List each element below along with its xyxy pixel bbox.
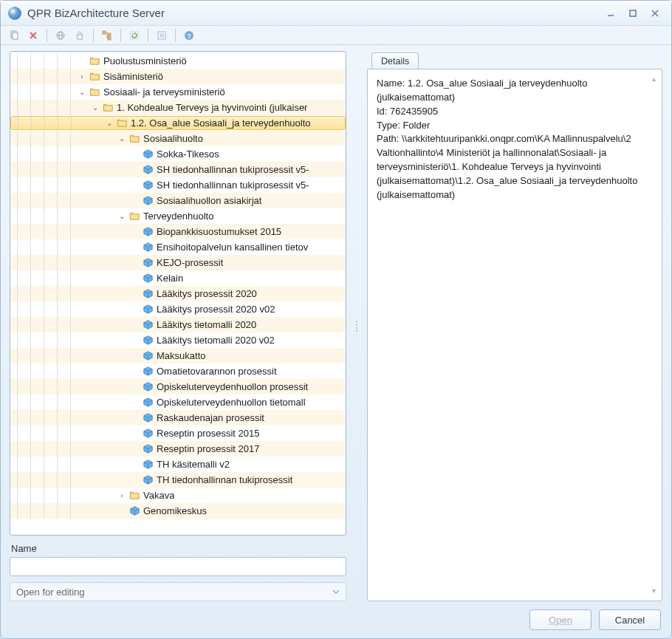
tree-row[interactable]: ›Sisäministeriö — [10, 69, 346, 84]
tree-row[interactable]: Lääkitys prosessit 2020 v02 — [10, 301, 346, 317]
tree-row-label: Lääkitys tietomalli 2020 — [157, 319, 256, 330]
properties-icon — [157, 30, 167, 41]
tree-row[interactable]: ⌄1.2. Osa_alue Sosiaali_ja terveydenhuol… — [10, 116, 346, 130]
tree-row[interactable]: Kelain — [10, 270, 346, 286]
model-icon — [142, 319, 154, 331]
toolbar-separator — [175, 29, 176, 42]
action-select[interactable]: Open for editing — [10, 582, 346, 601]
scroll-up-button[interactable]: ▴ — [648, 74, 659, 84]
tree-row[interactable]: KEJO-prosessit — [10, 255, 346, 270]
maximize-icon — [628, 9, 637, 18]
model-icon — [142, 304, 154, 315]
tree-row[interactable]: Ensihoitopalvelun kansallinen tietov — [10, 239, 346, 255]
app-window: QPR BizArchitecture Server ? Puolu — [0, 0, 672, 639]
model-icon — [142, 443, 154, 455]
tree-row[interactable]: Lääkitys tietomalli 2020 v02 — [10, 332, 346, 348]
tree-scroll[interactable]: Puolustusministeriö›Sisäministeriö⌄Sosia… — [10, 53, 346, 533]
tree-row[interactable]: Lääkitys tietomalli 2020 — [10, 317, 346, 332]
tree-row-label: Sokka-Tikesos — [157, 148, 219, 160]
tree-row[interactable]: ⌄1. Kohdealue Terveys ja hyvinvointi (ju… — [10, 100, 346, 115]
collapse-icon[interactable]: ⌄ — [117, 212, 127, 220]
model-icon — [142, 180, 154, 191]
tree-row[interactable]: SH tiedonhallinnan tukiprosessit v5- — [10, 177, 346, 193]
tree-row[interactable]: ›Vakava — [10, 488, 346, 503]
model-icon — [142, 412, 154, 424]
cancel-button[interactable]: Cancel — [599, 609, 661, 630]
model-icon — [142, 350, 154, 362]
globe-icon — [55, 30, 66, 41]
tree-row-label: Reseptin prosessit 2015 — [157, 428, 259, 439]
toolbar-separator — [120, 29, 121, 42]
tree-row[interactable]: Sokka-Tikesos — [10, 146, 346, 162]
svg-text:?: ? — [187, 32, 191, 39]
tree-row-label: Terveydenhuolto — [143, 211, 213, 222]
toolbar-refresh-button[interactable] — [127, 28, 142, 43]
tab-details[interactable]: Details — [371, 52, 419, 69]
open-button[interactable]: Open — [529, 609, 592, 630]
tree-row[interactable]: Reseptin prosessit 2017 — [10, 441, 346, 457]
tree-row[interactable]: ⌄Sosiaalihuolto — [10, 131, 346, 146]
tree-row[interactable]: Puolustusministeriö — [10, 53, 346, 69]
collapse-icon[interactable]: ⌄ — [104, 119, 114, 127]
tree-row-label: 1. Kohdealue Terveys ja hyvinvointi (jul… — [117, 102, 307, 113]
maximize-button[interactable] — [624, 6, 642, 21]
tree-row[interactable]: Biopankkisuostumukset 2015 — [10, 224, 346, 239]
tree-row[interactable]: Maksukatto — [10, 348, 346, 363]
tree-row[interactable]: Omatietovarannon prosessit — [10, 363, 346, 379]
tree-panel: Puolustusministeriö›Sisäministeriö⌄Sosia… — [10, 51, 346, 536]
toolbar-lock-button[interactable] — [72, 28, 87, 43]
toolbar-delete-button[interactable] — [26, 28, 41, 43]
tree-row[interactable]: ⌄Terveydenhuolto — [10, 208, 346, 224]
svg-rect-12 — [103, 31, 106, 34]
tree-row[interactable]: Raskaudenajan prosessit — [10, 410, 346, 426]
model-icon — [142, 226, 154, 238]
model-icon — [142, 242, 154, 253]
toolbar-copy-button[interactable] — [7, 28, 21, 43]
tree-row-label: SH tiedonhallinnan tukiprosessit v5- — [157, 164, 309, 175]
scroll-down-button[interactable]: ▾ — [648, 586, 659, 596]
delete-icon — [28, 30, 38, 41]
tabs: Details — [367, 51, 662, 69]
tree-row-label: Sosiaali- ja terveysministeriö — [103, 86, 225, 98]
expand-icon[interactable]: › — [77, 72, 87, 81]
copy-icon — [9, 30, 19, 41]
collapse-icon[interactable]: ⌄ — [90, 103, 100, 112]
tree-row-label: Vakava — [143, 490, 174, 501]
toolbar-tree-button[interactable] — [100, 28, 114, 43]
app-icon — [8, 7, 21, 20]
model-icon — [142, 366, 154, 377]
model-icon — [142, 273, 154, 284]
toolbar-properties-button[interactable] — [154, 28, 169, 43]
tree-row[interactable]: Genomikeskus — [10, 503, 346, 519]
tree-row-label: Omatietovarannon prosessit — [157, 366, 277, 377]
toolbar-globe-button[interactable] — [53, 28, 68, 43]
tree-row-label: Opiskeluterveydenhuollon prosessit — [157, 381, 308, 392]
tree-row[interactable]: ⌄Sosiaali- ja terveysministeriö — [10, 84, 346, 100]
model-icon — [142, 381, 154, 393]
window-title: QPR BizArchitecture Server — [27, 7, 165, 19]
tree-row[interactable]: TH käsitemalli v2 — [10, 457, 346, 472]
name-input[interactable] — [10, 557, 346, 576]
tree-row[interactable]: Sosiaalihuollon asiakirjat — [10, 193, 346, 208]
model-icon — [128, 505, 140, 517]
minimize-button[interactable] — [602, 6, 620, 21]
tree-row[interactable]: SH tiedonhallinnan tukiprosessit v5- — [10, 162, 346, 177]
tree-row-label: Ensihoitopalvelun kansallinen tietov — [157, 242, 308, 253]
close-button[interactable] — [646, 6, 664, 21]
tree-row[interactable]: Opiskeluterveydenhuollon tietomall — [10, 394, 346, 410]
model-icon — [142, 257, 154, 269]
collapse-icon[interactable]: ⌄ — [117, 134, 127, 143]
expand-icon[interactable]: › — [117, 491, 127, 499]
toolbar-help-button[interactable]: ? — [182, 28, 196, 43]
tree-row[interactable]: Reseptin prosessit 2015 — [10, 426, 346, 441]
tree-row-label: Sosiaalihuolto — [143, 133, 203, 144]
model-icon — [142, 195, 154, 207]
tree-row[interactable]: Lääkitys prosessit 2020 — [10, 286, 346, 301]
splitter[interactable] — [354, 51, 360, 601]
toolbar-separator — [148, 29, 148, 42]
tree-row[interactable]: Opiskeluterveydenhuollon prosessit — [10, 379, 346, 394]
model-icon — [142, 164, 154, 176]
tree-row[interactable]: TH tiedonhallinnan tukiprosessit — [10, 472, 346, 488]
collapse-icon[interactable]: ⌄ — [77, 88, 87, 96]
tree-row-label: Maksukatto — [157, 350, 205, 361]
